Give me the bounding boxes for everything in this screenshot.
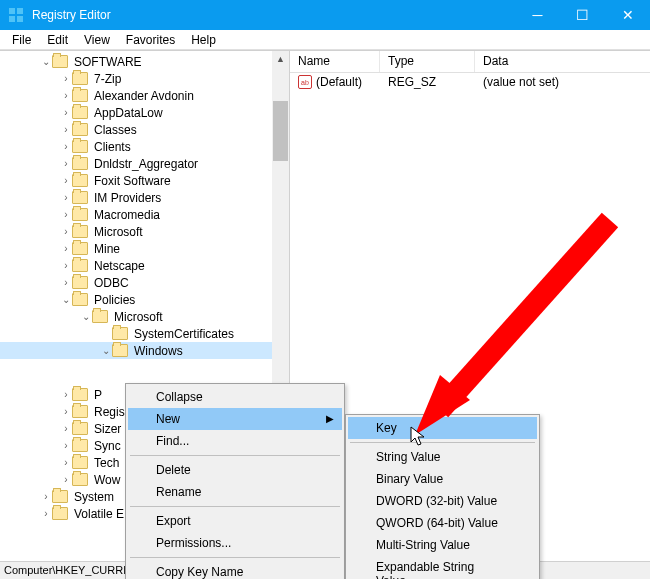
col-header-type[interactable]: Type [380, 51, 475, 72]
tree-node[interactable]: ›Foxit Software [0, 172, 289, 189]
scroll-thumb[interactable] [273, 101, 288, 161]
submenu-expandable-string[interactable]: Expandable String Value [348, 556, 537, 579]
expander-icon[interactable]: › [40, 491, 52, 502]
tree-label: Sizer [92, 422, 123, 436]
folder-icon [52, 55, 68, 68]
tree-node[interactable]: ›AppDataLow [0, 104, 289, 121]
tree-label: Dnldstr_Aggregator [92, 157, 200, 171]
minimize-button[interactable]: ─ [515, 0, 560, 30]
submenu-qword[interactable]: QWORD (64-bit) Value [348, 512, 537, 534]
expander-icon[interactable]: › [60, 226, 72, 237]
tree-label: Netscape [92, 259, 147, 273]
expander-icon[interactable]: › [60, 243, 72, 254]
expander-icon[interactable]: › [40, 508, 52, 519]
menu-copy-key-name[interactable]: Copy Key Name [128, 561, 342, 579]
window-title: Registry Editor [32, 8, 515, 22]
menu-delete[interactable]: Delete [128, 459, 342, 481]
folder-icon [72, 174, 88, 187]
tree-node-windows[interactable]: ⌄Windows [0, 342, 289, 359]
scroll-up-icon[interactable]: ▲ [273, 51, 288, 66]
list-row-default[interactable]: ab(Default) REG_SZ (value not set) [290, 73, 650, 91]
tree-node[interactable]: ›Classes [0, 121, 289, 138]
expander-icon[interactable]: › [60, 457, 72, 468]
expander-icon[interactable]: › [60, 474, 72, 485]
close-button[interactable]: ✕ [605, 0, 650, 30]
submenu-arrow-icon: ▶ [326, 413, 334, 424]
tree-node[interactable]: ›7-Zip [0, 70, 289, 87]
window-buttons: ─ ☐ ✕ [515, 0, 650, 30]
tree-node-microsoft[interactable]: ⌄Microsoft [0, 308, 289, 325]
tree-label: Regis [92, 405, 127, 419]
tree-node[interactable]: ›Macromedia [0, 206, 289, 223]
submenu-multi-string[interactable]: Multi-String Value [348, 534, 537, 556]
tree-label: Microsoft [112, 310, 165, 324]
expander-icon[interactable]: › [60, 141, 72, 152]
folder-icon [72, 89, 88, 102]
menu-favorites[interactable]: Favorites [118, 31, 183, 49]
menu-export[interactable]: Export [128, 510, 342, 532]
expander-icon[interactable]: › [60, 209, 72, 220]
expander-icon[interactable]: › [60, 277, 72, 288]
menu-new[interactable]: New▶ [128, 408, 342, 430]
tree-node[interactable]: ›Mine [0, 240, 289, 257]
tree-node[interactable]: ›Clients [0, 138, 289, 155]
expander-icon[interactable]: › [60, 440, 72, 451]
tree-node[interactable]: SystemCertificates [0, 325, 289, 342]
menu-collapse[interactable]: Collapse [128, 386, 342, 408]
submenu-dword[interactable]: DWORD (32-bit) Value [348, 490, 537, 512]
folder-icon [72, 242, 88, 255]
expander-icon[interactable]: › [60, 389, 72, 400]
expander-icon[interactable]: › [60, 423, 72, 434]
tree-node[interactable]: ›IM Providers [0, 189, 289, 206]
folder-icon [72, 259, 88, 272]
tree-label: Policies [92, 293, 137, 307]
value-name: (Default) [316, 75, 362, 89]
menu-edit[interactable]: Edit [39, 31, 76, 49]
expander-icon[interactable]: › [60, 175, 72, 186]
menu-file[interactable]: File [4, 31, 39, 49]
tree-node[interactable]: ›Netscape [0, 257, 289, 274]
col-header-name[interactable]: Name [290, 51, 380, 72]
expander-icon[interactable]: › [60, 73, 72, 84]
submenu-binary[interactable]: Binary Value [348, 468, 537, 490]
folder-icon [112, 344, 128, 357]
menu-find[interactable]: Find... [128, 430, 342, 452]
folder-icon [72, 456, 88, 469]
expander-icon[interactable]: › [60, 107, 72, 118]
tree-label: Classes [92, 123, 139, 137]
tree-node-software[interactable]: ⌄SOFTWARE [0, 53, 289, 70]
tree-node-policies[interactable]: ⌄Policies [0, 291, 289, 308]
folder-icon [72, 405, 88, 418]
expander-icon[interactable]: › [60, 158, 72, 169]
tree-node[interactable]: ›ODBC [0, 274, 289, 291]
list-header: Name Type Data [290, 51, 650, 73]
menu-rename[interactable]: Rename [128, 481, 342, 503]
tree-node[interactable]: ›Dnldstr_Aggregator [0, 155, 289, 172]
app-icon [8, 7, 24, 23]
expander-icon[interactable]: › [60, 124, 72, 135]
expander-icon[interactable]: ⌄ [100, 345, 112, 356]
context-menu[interactable]: Collapse New▶ Find... Delete Rename Expo… [125, 383, 345, 579]
expander-icon[interactable]: › [60, 260, 72, 271]
expander-icon[interactable]: ⌄ [40, 56, 52, 67]
tree-label: Mine [92, 242, 122, 256]
submenu-key[interactable]: Key [348, 417, 537, 439]
menu-permissions[interactable]: Permissions... [128, 532, 342, 554]
expander-icon[interactable]: › [60, 192, 72, 203]
maximize-button[interactable]: ☐ [560, 0, 605, 30]
expander-icon[interactable]: ⌄ [60, 294, 72, 305]
tree-node[interactable]: ›Alexander Avdonin [0, 87, 289, 104]
menu-view[interactable]: View [76, 31, 118, 49]
col-header-data[interactable]: Data [475, 51, 650, 72]
tree-node[interactable]: ›Microsoft [0, 223, 289, 240]
tree-node[interactable] [0, 359, 289, 376]
context-submenu-new[interactable]: Key String Value Binary Value DWORD (32-… [345, 414, 540, 579]
expander-icon[interactable]: › [60, 406, 72, 417]
expander-icon[interactable]: ⌄ [80, 311, 92, 322]
submenu-string[interactable]: String Value [348, 446, 537, 468]
tree-label: Microsoft [92, 225, 145, 239]
menu-help[interactable]: Help [183, 31, 224, 49]
tree-label: Foxit Software [92, 174, 173, 188]
expander-icon[interactable]: › [60, 90, 72, 101]
tree-label: Windows [132, 344, 185, 358]
